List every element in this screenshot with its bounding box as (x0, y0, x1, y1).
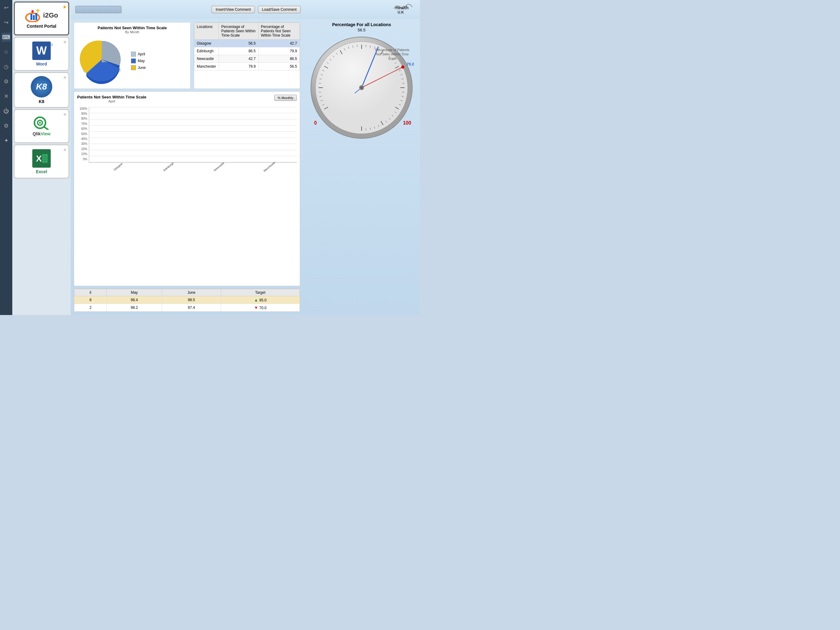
col-header-seen: Percentage of Patients Seen Within Time-… (219, 22, 258, 40)
top-section: Patients Not Seen Within Time Scale By M… (74, 22, 300, 89)
keyboard-icon[interactable]: ⌨ (2, 33, 11, 42)
star-badge-excel: ★ (63, 147, 67, 153)
table-row[interactable]: Manchester 79.9 56.5 (194, 62, 300, 70)
history-icon[interactable]: ◷ (2, 62, 11, 71)
undo-icon[interactable]: ↩ (2, 3, 11, 12)
monthly-button[interactable]: % Monthly (274, 95, 297, 101)
top-bar: Insert/View Comment Load/Save Comment He… (71, 0, 420, 19)
gauge-value: 56.5 (358, 28, 365, 32)
pie-chart-svg (77, 36, 126, 85)
right-panel: Percentage For all Locations 56.5 (303, 19, 420, 315)
health-logo: Health U.K (391, 2, 415, 17)
svg-text:70.0: 70.0 (406, 62, 414, 66)
app-tile-i2go[interactable]: ★ i2Go Content Portal (14, 2, 69, 35)
cell-target: ▼ 70.0 (221, 304, 300, 312)
excel-icon: X (32, 149, 51, 168)
cell-june: 98.5 (162, 296, 221, 304)
cell-not-seen: 79.9 (258, 47, 300, 55)
k8-label: K8 (39, 99, 44, 104)
gear-icon[interactable]: ⚙ (2, 121, 11, 130)
app-panel: ★ i2Go Content Portal ★ W ≡ Word (12, 0, 71, 315)
bottom-col-il: il (74, 289, 107, 296)
data-table-section: Locations Percentage of Patients Seen Wi… (194, 22, 300, 89)
bottom-col-may: May (107, 289, 162, 296)
qlikview-icon-svg (33, 116, 50, 130)
left-main: Patients Not Seen Within Time Scale By M… (71, 19, 303, 315)
legend-color-june (131, 65, 136, 70)
legend-color-may (131, 59, 136, 63)
cell-seen: 79.9 (219, 62, 258, 70)
svg-rect-2 (33, 15, 35, 20)
table-row[interactable]: Newcastle 42.7 86.5 (194, 55, 300, 62)
redo-icon[interactable]: ↪ (2, 18, 11, 27)
cell-location: Manchester (194, 62, 219, 70)
cell-location: Glasgow (194, 40, 219, 47)
svg-text:X: X (36, 154, 42, 163)
arrow-up-icon: ▲ (254, 298, 258, 302)
cell-may: 98.2 (107, 304, 162, 312)
bar-chart-title: Patients Not Seen Within Time Scale (77, 95, 146, 99)
app-tile-excel[interactable]: ★ X Excel (14, 144, 69, 179)
arrow-down-icon: ▼ (254, 305, 258, 310)
gauge-min-label: 0 (314, 120, 317, 125)
star-icon[interactable]: ☆ (2, 47, 11, 57)
app-tile-word[interactable]: ★ W ≡ Word (14, 37, 69, 71)
x-axis-labels: GlasgowEdinburghNewcastleManchester (89, 164, 297, 169)
k8-icon: K8 (31, 76, 52, 98)
svg-rect-3 (35, 13, 37, 20)
svg-line-9 (44, 127, 48, 130)
pin-icon[interactable]: ✦ (2, 136, 11, 145)
svg-point-24 (401, 65, 404, 69)
cell-location: Edinburgh (194, 47, 219, 55)
app-tile-qlikview[interactable]: ★ QlikView (14, 109, 69, 143)
i2go-text: i2Go (43, 11, 58, 19)
insert-view-comment-button[interactable]: Insert/View Comment (212, 6, 255, 13)
word-label: Word (36, 62, 47, 66)
settings2-icon[interactable]: ⚙ (2, 77, 11, 86)
cell-not-seen: 42.7 (258, 40, 300, 47)
percentage-not-seen-label: Percentage of Patients Not Seen Within T… (374, 47, 411, 61)
col-header-not-seen: Percentage of Patients Not Seen Within T… (258, 22, 300, 40)
bottom-table-row: 2 98.2 97.4 ▼ 70.0 (74, 304, 300, 312)
legend-item-may: May (131, 59, 146, 63)
col-header-locations: Locations (194, 22, 219, 40)
i2go-logo-svg (25, 8, 42, 22)
cell-june: 97.4 (162, 304, 221, 312)
table-row[interactable]: Glasgow 56.5 42.7 (194, 40, 300, 47)
svg-point-0 (26, 13, 39, 22)
svg-point-8 (39, 122, 41, 123)
bars-container: GlasgowEdinburghNewcastleManchester (89, 107, 297, 169)
cell-not-seen: 56.5 (258, 62, 300, 70)
cell-col1: 8 (74, 296, 107, 304)
star-badge-word: ★ (63, 39, 67, 45)
pie-chart-section: Patients Not Seen Within Time Scale By M… (74, 22, 191, 89)
search-input[interactable] (75, 6, 122, 13)
legend-label-april: April (138, 52, 145, 56)
svg-point-29 (360, 86, 363, 89)
legend-label-june: June (138, 65, 146, 70)
cell-may: 98.4 (107, 296, 162, 304)
bar-chart-titles: Patients Not Seen Within Time Scale Apri… (77, 95, 146, 106)
table-row[interactable]: Edinburgh 86.5 79.9 (194, 47, 300, 55)
legend-item-april: April (131, 52, 146, 57)
legend-color-april (131, 52, 136, 57)
y-axis: 100% 90% 80% 70% 60% 50% 40% 30% 20% 10%… (77, 107, 89, 169)
star-badge-qlikview: ★ (63, 111, 67, 117)
bar-chart-section: Patients Not Seen Within Time Scale Apri… (74, 91, 300, 286)
bars-grid (89, 107, 297, 163)
cell-seen: 42.7 (219, 55, 258, 62)
bottom-col-june: June (162, 289, 221, 296)
power-icon[interactable]: ⏻ (2, 106, 11, 116)
legend-label-may: May (138, 59, 145, 63)
load-save-comment-button[interactable]: Load/Save Comment (258, 6, 301, 13)
bottom-col-target: Target (221, 289, 300, 296)
cell-target: ▲ 95.0 (221, 296, 300, 304)
gauge-max-label: 100 (403, 120, 411, 125)
close-icon[interactable]: ✕ (2, 92, 11, 101)
cell-col1: 2 (74, 304, 107, 312)
bottom-table-section: il May June Target 8 98.4 98.5 ▲ 95.0 2 … (74, 288, 300, 312)
bar-chart-subtitle: April (77, 99, 146, 103)
app-tile-k8[interactable]: ★ K8 K8 (14, 72, 69, 108)
cell-not-seen: 86.5 (258, 55, 300, 62)
top-bar-buttons: Insert/View Comment Load/Save Comment (212, 6, 300, 13)
